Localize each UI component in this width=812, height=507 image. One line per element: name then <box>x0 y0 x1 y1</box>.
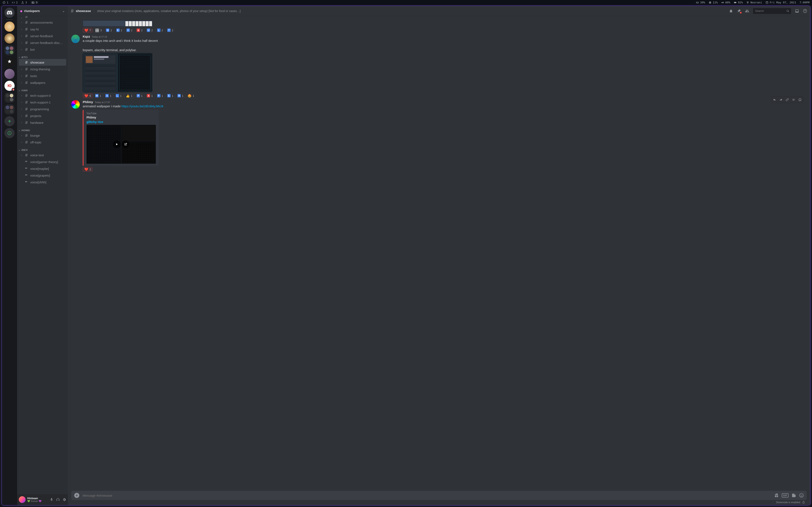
embed-thumbnail[interactable] <box>87 125 156 164</box>
guild-icon[interactable] <box>4 21 14 32</box>
search-box[interactable] <box>753 8 791 14</box>
message-avatar[interactable] <box>71 35 80 43</box>
search-input[interactable] <box>755 9 785 13</box>
emoji-icon[interactable] <box>799 493 804 498</box>
guild-icon[interactable] <box>4 69 14 79</box>
pinned-icon[interactable] <box>737 9 741 13</box>
share-button[interactable] <box>778 97 784 103</box>
reaction[interactable]: L1 <box>114 93 123 98</box>
reaction[interactable]: A2 <box>135 28 144 33</box>
gif-button[interactable]: GIF <box>782 493 789 498</box>
voice-channel[interactable]: voice[shhh] <box>19 179 66 185</box>
voice-channel[interactable]: voice[maybe] <box>19 165 66 172</box>
statusbar-item[interactable]: 60% <box>721 1 730 4</box>
user-avatar[interactable] <box>19 496 26 503</box>
text-channel[interactable]: ›#lounge <box>19 132 66 139</box>
notifications-icon[interactable] <box>729 9 733 13</box>
text-channel[interactable]: ›#tools <box>19 72 66 79</box>
embed-author[interactable]: Phlimy <box>87 116 156 119</box>
reaction[interactable]: P1 <box>155 93 165 98</box>
reaction[interactable]: 👍1 <box>124 93 134 98</box>
reaction[interactable]: ❤️6 <box>83 93 93 98</box>
category-header[interactable]: ⌄/ETC/ <box>17 53 66 59</box>
category-header[interactable]: ⌄/DEV/ <box>17 146 66 152</box>
reaction[interactable]: 🎛️3 <box>94 28 103 33</box>
reaction[interactable]: E2 <box>115 28 124 33</box>
mute-icon[interactable] <box>50 498 53 502</box>
text-channel[interactable]: #showcase <box>19 59 66 66</box>
help-icon[interactable] <box>803 9 807 13</box>
reaction[interactable]: R1 <box>176 93 185 98</box>
reaction[interactable]: E1 <box>165 93 175 98</box>
reply-button[interactable] <box>771 97 778 103</box>
statusbar-item[interactable]: 92% <box>734 1 743 4</box>
reaction[interactable]: ❤️7 <box>83 28 93 33</box>
inbox-icon[interactable] <box>795 9 799 13</box>
statusbar-item[interactable]: 9 <box>30 1 39 4</box>
copy-id-button[interactable]: ID <box>791 97 797 103</box>
statusbar-item[interactable]: Fri May 07, 2021 <box>765 1 796 4</box>
statusbar-item[interactable]: 1 <box>3 1 8 4</box>
message-input[interactable] <box>82 494 771 498</box>
guild-icon[interactable] <box>4 57 14 67</box>
category-header[interactable]: ⌄/VAR/ <box>17 86 66 92</box>
category-header[interactable]: ⌄/HOME/ <box>17 126 66 132</box>
statusbar-item[interactable]: 3 <box>21 1 27 4</box>
members-icon[interactable] <box>745 9 749 13</box>
guild-folder[interactable] <box>4 104 14 114</box>
home-button[interactable] <box>4 8 14 18</box>
text-channel[interactable]: ›#tech-support-0 <box>19 92 66 99</box>
attach-button[interactable]: + <box>74 493 79 498</box>
reaction[interactable]: U2 <box>145 28 154 33</box>
sticker-icon[interactable] <box>792 493 796 498</box>
deafen-icon[interactable] <box>56 498 60 502</box>
text-channel[interactable]: ›#announcements <box>19 19 66 26</box>
statusbar-item[interactable]: Noorani <box>746 1 762 4</box>
embed-title[interactable]: glitchy rice <box>87 120 156 124</box>
guild-icon[interactable]: Ю 1 <box>4 81 14 91</box>
message-avatar[interactable] <box>71 100 80 109</box>
statusbar-item[interactable]: 7:00PM <box>800 1 809 4</box>
text-channel[interactable]: ›#ricing-theming <box>19 66 66 72</box>
text-channel[interactable]: ›#off-topic <box>19 139 66 146</box>
add-reaction-button[interactable] <box>797 97 803 103</box>
text-channel[interactable]: ›#projects <box>19 112 66 119</box>
message-author[interactable]: Phlimy <box>83 100 93 104</box>
link[interactable]: https://youtu.be/ziEn84yJWJ4 <box>121 104 163 108</box>
reaction[interactable]: W1 <box>94 93 103 98</box>
text-channel[interactable]: ›#programming <box>19 106 66 112</box>
message-author[interactable]: Kqzz <box>83 35 90 38</box>
voice-channel[interactable]: voice[grapetv] <box>19 172 66 179</box>
text-channel[interactable]: ›#bot <box>19 46 66 53</box>
reaction[interactable]: 🤩1 <box>186 93 196 98</box>
add-server-button[interactable]: + <box>4 116 14 126</box>
reaction[interactable]: F2 <box>125 28 134 33</box>
settings-icon[interactable] <box>62 498 66 502</box>
text-channel[interactable]: ›#tech-support-1 <box>19 99 66 106</box>
channel-topic[interactable]: show your original creations (rices, app… <box>97 9 727 13</box>
text-channel[interactable]: ›#server-feedback-discussi… <box>19 39 66 46</box>
statusbar-item[interactable]: 30% <box>696 1 705 4</box>
text-channel[interactable]: ›#say-hi <box>19 26 66 33</box>
composer-box[interactable]: + GIF <box>71 491 807 500</box>
guild-folder[interactable] <box>4 45 14 55</box>
voice-channel[interactable]: voice[gamer theory] <box>19 158 66 165</box>
reaction[interactable]: D2 <box>104 28 113 33</box>
text-channel[interactable]: ›#wallpapers <box>19 79 66 86</box>
reaction[interactable]: L2 <box>155 28 165 33</box>
text-channel[interactable]: ›#hardware <box>19 119 66 126</box>
copy-link-button[interactable] <box>784 97 791 103</box>
statusbar-item[interactable]: 2 <box>12 1 18 4</box>
reaction[interactable]: A1 <box>145 93 154 98</box>
reaction[interactable]: P1 <box>135 93 144 98</box>
statusbar-item[interactable]: 11% <box>709 1 718 4</box>
text-channel[interactable]: ›# <box>19 16 66 19</box>
guild-icon[interactable] <box>4 34 14 44</box>
explore-button[interactable] <box>4 128 14 138</box>
image-attachment[interactable] <box>83 53 152 92</box>
reaction[interactable]: ❤️2 <box>83 167 93 172</box>
reaction[interactable]: T2 <box>165 28 175 33</box>
text-channel[interactable]: ›#server-feedback <box>19 33 66 39</box>
gift-icon[interactable] <box>774 493 779 498</box>
server-header[interactable]: ◈r/unixporn ⌄ <box>17 6 68 16</box>
